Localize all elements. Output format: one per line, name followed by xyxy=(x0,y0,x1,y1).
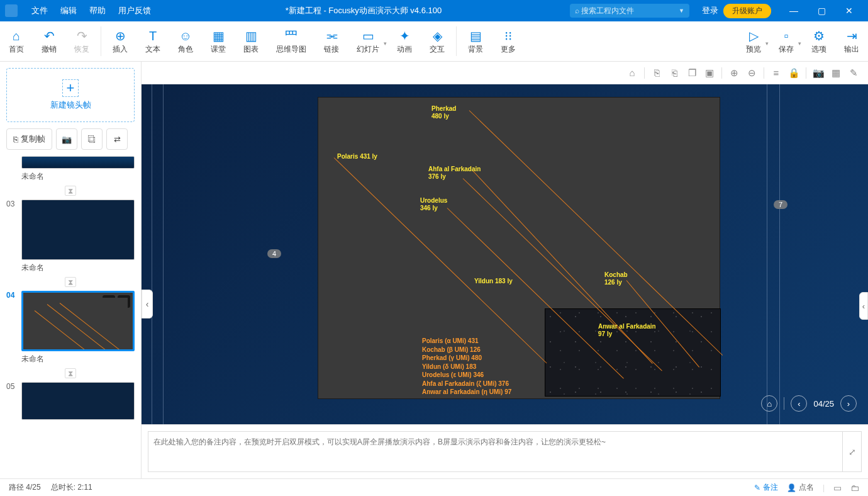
menu-help[interactable]: 帮助 xyxy=(83,5,112,16)
app-logo xyxy=(5,4,18,17)
zoom-in-icon[interactable]: ⊕ xyxy=(726,65,742,81)
class-button[interactable]: ▦课堂 xyxy=(202,21,235,61)
plus-circle-icon: ⊕ xyxy=(115,28,126,44)
next-frame-button[interactable]: › xyxy=(840,395,857,412)
star-label: Ahfa al Farkadain376 ly xyxy=(428,166,481,181)
undo-icon: ↶ xyxy=(44,28,55,44)
text-button[interactable]: T文本 xyxy=(136,21,169,61)
edit-icon[interactable]: ✎ xyxy=(845,65,862,81)
window-controls: — ▢ ✕ xyxy=(780,6,863,16)
home-nav-button[interactable]: ⌂ xyxy=(761,395,777,412)
options-button[interactable]: ⚙选项 xyxy=(803,21,835,61)
bg-button[interactable]: ▤背景 xyxy=(459,21,492,61)
save-icon: ▫ xyxy=(784,28,788,44)
chevron-down-icon: ▼ xyxy=(679,8,684,14)
align-icon[interactable]: ≡ xyxy=(768,65,784,81)
more-button[interactable]: ⁝⁝更多 xyxy=(492,21,525,61)
frame-thumb[interactable]: 未命名 ⧗ xyxy=(6,156,135,196)
rollcall-button[interactable]: 👤 点名 xyxy=(787,482,814,493)
interact-button[interactable]: ◈交互 xyxy=(421,21,453,61)
frame-thumb[interactable]: 03 未命名 ⧗ xyxy=(6,200,135,287)
slide-content[interactable]: Pherkad480 lyPolaris 431 lyAhfa al Farka… xyxy=(318,97,720,399)
gear-icon: ⚙ xyxy=(813,28,825,44)
toolbar: ⌂首页 ↶撤销 ↷恢复 ⊕插入 T文本 ☺角色 ▦课堂 ▥图表 ⺫思维导图 ⫘链… xyxy=(0,21,868,62)
anim-button[interactable]: ✦动画 xyxy=(388,21,421,61)
zoom-out-icon[interactable]: ⊖ xyxy=(743,65,760,81)
maximize-button[interactable]: ▢ xyxy=(808,6,835,16)
redo-button[interactable]: ↷恢复 xyxy=(65,21,98,61)
status-path: 路径 4/25 xyxy=(9,482,41,493)
image-icon[interactable]: ▦ xyxy=(828,65,844,81)
home-icon[interactable]: ⌂ xyxy=(624,65,640,81)
mindmap-button[interactable]: ⺫思维导图 xyxy=(267,21,315,61)
folder-icon[interactable]: 🗀 xyxy=(850,483,859,493)
canvas[interactable]: 4 7 Pherkad480 lyPolaris 431 lyAhfa al F… xyxy=(142,84,868,424)
timer-icon: ⧗ xyxy=(65,186,76,196)
expand-notes-button[interactable]: ⤢ xyxy=(843,431,862,472)
star-label: Anwar al Farkadain97 ly xyxy=(598,323,656,338)
link-icon: ⫘ xyxy=(325,28,338,44)
star-label: Urodelus346 ly xyxy=(420,197,447,212)
new-frame-button[interactable]: + 新建镜头帧 xyxy=(6,68,135,122)
upgrade-button[interactable]: 升级账户 xyxy=(723,4,771,18)
preview-button[interactable]: ▷预览▾ xyxy=(737,21,770,61)
role-button[interactable]: ☺角色 xyxy=(169,21,202,61)
timer-icon: ⧗ xyxy=(65,277,76,287)
timer-icon: ⧗ xyxy=(65,368,76,378)
shuffle-button[interactable]: ⇄ xyxy=(106,128,128,150)
right-panel-expand-button[interactable]: ‹ xyxy=(859,292,868,320)
export-button[interactable]: ⇥输出 xyxy=(835,21,868,61)
clipboard-icon[interactable]: ▣ xyxy=(701,65,718,81)
lock-icon[interactable]: 🔒 xyxy=(786,65,802,81)
sidebar-collapse-button[interactable]: ‹ xyxy=(142,290,153,318)
slide-button[interactable]: ▭幻灯片▾ xyxy=(348,21,388,61)
chart-icon: ▥ xyxy=(245,28,257,44)
page-badge: 7 xyxy=(774,200,787,209)
login-button[interactable]: 登录 xyxy=(702,5,718,16)
menu-edit[interactable]: 编辑 xyxy=(54,5,83,16)
window-title: *新建工程 - Focusky动画演示大师 v4.6.100 xyxy=(157,5,570,16)
present-icon[interactable]: ▭ xyxy=(833,483,842,493)
export-icon: ⇥ xyxy=(847,28,857,44)
paste-icon[interactable]: ⎗ xyxy=(666,65,682,81)
duplicate-icon[interactable]: ❐ xyxy=(684,65,700,81)
frame-position: 04/25 xyxy=(813,399,834,409)
frame-thumb[interactable]: 05 xyxy=(6,382,135,420)
remark-button[interactable]: ✎ 备注 xyxy=(754,482,778,493)
menubar: 文件 编辑 帮助 用户反馈 *新建工程 - Focusky动画演示大师 v4.6… xyxy=(0,0,868,21)
home-button[interactable]: ⌂首页 xyxy=(0,21,33,61)
search-input[interactable]: ⌕ 搜索工程内文件 ▼ xyxy=(570,4,689,18)
page-badge: 4 xyxy=(267,249,281,258)
frame-thumb-selected[interactable]: 04 ◉🗑 未命名 ⧗ xyxy=(6,291,135,378)
interact-icon: ◈ xyxy=(433,28,442,44)
minimize-button[interactable]: — xyxy=(780,6,808,16)
chart-button[interactable]: ▥图表 xyxy=(235,21,267,61)
star-label: Kochab126 ly xyxy=(604,271,628,286)
anim-icon: ✦ xyxy=(399,28,410,44)
menu-file[interactable]: 文件 xyxy=(25,5,54,16)
search-icon: ⌕ xyxy=(575,6,579,15)
mindmap-icon: ⺫ xyxy=(285,28,298,44)
close-button[interactable]: ✕ xyxy=(835,6,863,16)
notes-panel: ⤢ xyxy=(142,424,868,478)
prev-frame-button[interactable]: ‹ xyxy=(791,395,807,412)
star-legend: Polaris (α UMi) 431Kochab (β UMi) 126Phe… xyxy=(422,337,511,397)
link-button[interactable]: ⫘链接 xyxy=(315,21,348,61)
save-button[interactable]: ▫保存▾ xyxy=(770,21,803,61)
copy-icon[interactable]: ⎘ xyxy=(648,65,665,81)
menu-feedback[interactable]: 用户反馈 xyxy=(112,5,157,16)
camera-button[interactable]: 📷 xyxy=(56,128,77,150)
plus-icon: + xyxy=(62,79,79,97)
insert-button[interactable]: ⊕插入 xyxy=(104,21,136,61)
copy-frame-button[interactable]: ⎘ 复制帧 xyxy=(6,128,52,150)
star-photo xyxy=(545,308,721,397)
statusbar: 路径 4/25 总时长: 2:11 ✎ 备注 👤 点名 | ▭ 🗀 xyxy=(0,478,868,496)
qr-button[interactable]: ⿻ xyxy=(81,128,103,150)
star-label: Polaris 431 ly xyxy=(337,153,377,161)
home-icon: ⌂ xyxy=(13,28,20,44)
undo-button[interactable]: ↶撤销 xyxy=(33,21,65,61)
camera-icon[interactable]: 📷 xyxy=(810,65,826,81)
notes-input[interactable] xyxy=(148,431,843,472)
star-label: Yildun 183 ly xyxy=(474,278,513,285)
bg-icon: ▤ xyxy=(470,28,482,44)
